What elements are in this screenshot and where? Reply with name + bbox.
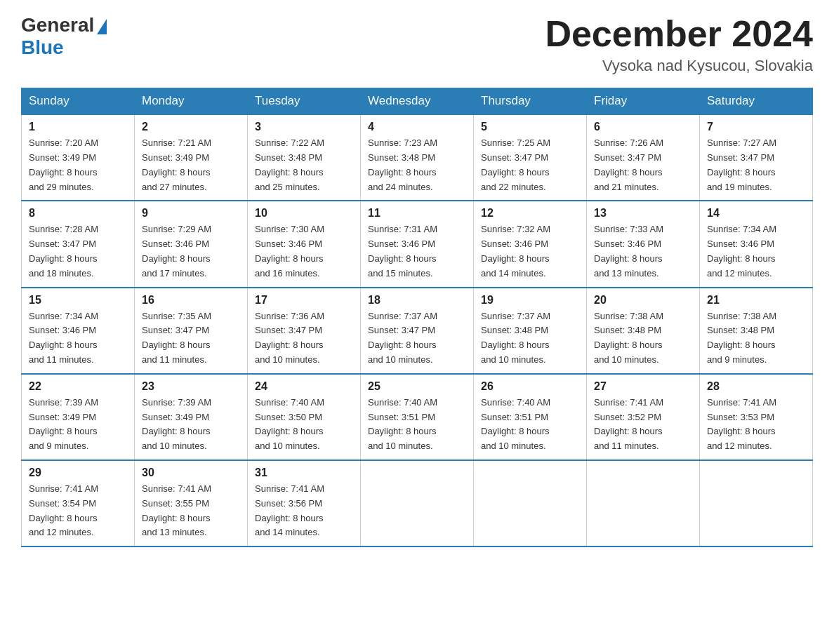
day-number: 1 xyxy=(29,121,127,133)
day-info: Sunrise: 7:35 AMSunset: 3:47 PMDaylight:… xyxy=(142,311,211,365)
day-number: 11 xyxy=(368,207,466,220)
calendar-week-row: 1 Sunrise: 7:20 AMSunset: 3:49 PMDayligh… xyxy=(22,114,813,201)
title-area: December 2024 Vysoka nad Kysucou, Slovak… xyxy=(545,14,813,75)
day-number: 5 xyxy=(481,121,579,133)
day-info: Sunrise: 7:27 AMSunset: 3:47 PMDaylight:… xyxy=(707,137,776,192)
day-info: Sunrise: 7:41 AMSunset: 3:53 PMDaylight:… xyxy=(707,397,776,451)
calendar-week-row: 22 Sunrise: 7:39 AMSunset: 3:49 PMDaylig… xyxy=(22,374,813,460)
day-info: Sunrise: 7:34 AMSunset: 3:46 PMDaylight:… xyxy=(29,311,98,365)
table-row: 23 Sunrise: 7:39 AMSunset: 3:49 PMDaylig… xyxy=(135,374,248,460)
table-row: 24 Sunrise: 7:40 AMSunset: 3:50 PMDaylig… xyxy=(248,374,361,460)
day-info: Sunrise: 7:22 AMSunset: 3:48 PMDaylight:… xyxy=(255,137,324,192)
day-info: Sunrise: 7:33 AMSunset: 3:46 PMDaylight:… xyxy=(594,224,663,278)
day-info: Sunrise: 7:40 AMSunset: 3:51 PMDaylight:… xyxy=(481,397,550,451)
day-info: Sunrise: 7:29 AMSunset: 3:46 PMDaylight:… xyxy=(142,224,211,278)
day-info: Sunrise: 7:41 AMSunset: 3:52 PMDaylight:… xyxy=(594,397,663,451)
day-number: 19 xyxy=(481,294,579,307)
table-row: 30 Sunrise: 7:41 AMSunset: 3:55 PMDaylig… xyxy=(135,460,248,546)
table-row: 6 Sunrise: 7:26 AMSunset: 3:47 PMDayligh… xyxy=(587,114,700,201)
table-row: 17 Sunrise: 7:36 AMSunset: 3:47 PMDaylig… xyxy=(248,288,361,374)
day-info: Sunrise: 7:38 AMSunset: 3:48 PMDaylight:… xyxy=(707,311,776,365)
table-row xyxy=(361,460,474,546)
day-info: Sunrise: 7:31 AMSunset: 3:46 PMDaylight:… xyxy=(368,224,437,278)
calendar-table: Sunday Monday Tuesday Wednesday Thursday… xyxy=(21,88,813,547)
table-row: 19 Sunrise: 7:37 AMSunset: 3:48 PMDaylig… xyxy=(474,288,587,374)
header-tuesday: Tuesday xyxy=(248,88,361,115)
location-subtitle: Vysoka nad Kysucou, Slovakia xyxy=(545,57,813,75)
day-info: Sunrise: 7:39 AMSunset: 3:49 PMDaylight:… xyxy=(142,397,211,451)
day-number: 28 xyxy=(707,380,805,393)
calendar-week-row: 8 Sunrise: 7:28 AMSunset: 3:47 PMDayligh… xyxy=(22,201,813,287)
day-number: 9 xyxy=(142,207,240,220)
logo-blue-text: Blue xyxy=(21,36,64,59)
day-number: 27 xyxy=(594,380,692,393)
day-number: 20 xyxy=(594,294,692,307)
table-row: 28 Sunrise: 7:41 AMSunset: 3:53 PMDaylig… xyxy=(700,374,813,460)
day-number: 16 xyxy=(142,294,240,307)
table-row: 9 Sunrise: 7:29 AMSunset: 3:46 PMDayligh… xyxy=(135,201,248,287)
header-monday: Monday xyxy=(135,88,248,115)
day-number: 26 xyxy=(481,380,579,393)
table-row: 11 Sunrise: 7:31 AMSunset: 3:46 PMDaylig… xyxy=(361,201,474,287)
table-row: 5 Sunrise: 7:25 AMSunset: 3:47 PMDayligh… xyxy=(474,114,587,201)
logo-general-text: General xyxy=(21,14,94,36)
day-info: Sunrise: 7:21 AMSunset: 3:49 PMDaylight:… xyxy=(142,137,211,192)
table-row: 27 Sunrise: 7:41 AMSunset: 3:52 PMDaylig… xyxy=(587,374,700,460)
day-number: 13 xyxy=(594,207,692,220)
table-row: 3 Sunrise: 7:22 AMSunset: 3:48 PMDayligh… xyxy=(248,114,361,201)
calendar-week-row: 15 Sunrise: 7:34 AMSunset: 3:46 PMDaylig… xyxy=(22,288,813,374)
day-number: 15 xyxy=(29,294,127,307)
day-info: Sunrise: 7:40 AMSunset: 3:50 PMDaylight:… xyxy=(255,397,324,451)
day-info: Sunrise: 7:20 AMSunset: 3:49 PMDaylight:… xyxy=(29,137,98,192)
day-number: 21 xyxy=(707,294,805,307)
table-row: 12 Sunrise: 7:32 AMSunset: 3:46 PMDaylig… xyxy=(474,201,587,287)
day-number: 7 xyxy=(707,121,805,133)
table-row xyxy=(700,460,813,546)
day-info: Sunrise: 7:26 AMSunset: 3:47 PMDaylight:… xyxy=(594,137,663,192)
header-friday: Friday xyxy=(587,88,700,115)
day-number: 24 xyxy=(255,380,353,393)
table-row: 13 Sunrise: 7:33 AMSunset: 3:46 PMDaylig… xyxy=(587,201,700,287)
day-info: Sunrise: 7:34 AMSunset: 3:46 PMDaylight:… xyxy=(707,224,776,278)
table-row: 25 Sunrise: 7:40 AMSunset: 3:51 PMDaylig… xyxy=(361,374,474,460)
day-number: 18 xyxy=(368,294,466,307)
day-number: 31 xyxy=(255,467,353,479)
day-number: 25 xyxy=(368,380,466,393)
day-info: Sunrise: 7:37 AMSunset: 3:47 PMDaylight:… xyxy=(368,311,437,365)
table-row: 26 Sunrise: 7:40 AMSunset: 3:51 PMDaylig… xyxy=(474,374,587,460)
table-row: 31 Sunrise: 7:41 AMSunset: 3:56 PMDaylig… xyxy=(248,460,361,546)
day-info: Sunrise: 7:38 AMSunset: 3:48 PMDaylight:… xyxy=(594,311,663,365)
day-number: 29 xyxy=(29,467,127,479)
day-info: Sunrise: 7:36 AMSunset: 3:47 PMDaylight:… xyxy=(255,311,324,365)
page-header: General Blue December 2024 Vysoka nad Ky… xyxy=(21,14,813,75)
day-number: 12 xyxy=(481,207,579,220)
table-row: 29 Sunrise: 7:41 AMSunset: 3:54 PMDaylig… xyxy=(22,460,135,546)
day-info: Sunrise: 7:23 AMSunset: 3:48 PMDaylight:… xyxy=(368,137,437,192)
calendar-header-row: Sunday Monday Tuesday Wednesday Thursday… xyxy=(22,88,813,115)
table-row xyxy=(587,460,700,546)
day-info: Sunrise: 7:41 AMSunset: 3:54 PMDaylight:… xyxy=(29,483,98,537)
day-number: 3 xyxy=(255,121,353,133)
table-row: 2 Sunrise: 7:21 AMSunset: 3:49 PMDayligh… xyxy=(135,114,248,201)
table-row: 1 Sunrise: 7:20 AMSunset: 3:49 PMDayligh… xyxy=(22,114,135,201)
day-info: Sunrise: 7:25 AMSunset: 3:47 PMDaylight:… xyxy=(481,137,550,192)
day-number: 2 xyxy=(142,121,240,133)
table-row: 7 Sunrise: 7:27 AMSunset: 3:47 PMDayligh… xyxy=(700,114,813,201)
day-info: Sunrise: 7:30 AMSunset: 3:46 PMDaylight:… xyxy=(255,224,324,278)
table-row xyxy=(474,460,587,546)
day-number: 4 xyxy=(368,121,466,133)
calendar-week-row: 29 Sunrise: 7:41 AMSunset: 3:54 PMDaylig… xyxy=(22,460,813,546)
table-row: 10 Sunrise: 7:30 AMSunset: 3:46 PMDaylig… xyxy=(248,201,361,287)
table-row: 16 Sunrise: 7:35 AMSunset: 3:47 PMDaylig… xyxy=(135,288,248,374)
day-info: Sunrise: 7:41 AMSunset: 3:56 PMDaylight:… xyxy=(255,483,324,537)
header-thursday: Thursday xyxy=(474,88,587,115)
day-info: Sunrise: 7:41 AMSunset: 3:55 PMDaylight:… xyxy=(142,483,211,537)
table-row: 15 Sunrise: 7:34 AMSunset: 3:46 PMDaylig… xyxy=(22,288,135,374)
logo: General Blue xyxy=(21,14,107,59)
table-row: 20 Sunrise: 7:38 AMSunset: 3:48 PMDaylig… xyxy=(587,288,700,374)
table-row: 14 Sunrise: 7:34 AMSunset: 3:46 PMDaylig… xyxy=(700,201,813,287)
header-sunday: Sunday xyxy=(22,88,135,115)
day-info: Sunrise: 7:32 AMSunset: 3:46 PMDaylight:… xyxy=(481,224,550,278)
day-number: 17 xyxy=(255,294,353,307)
day-info: Sunrise: 7:37 AMSunset: 3:48 PMDaylight:… xyxy=(481,311,550,365)
